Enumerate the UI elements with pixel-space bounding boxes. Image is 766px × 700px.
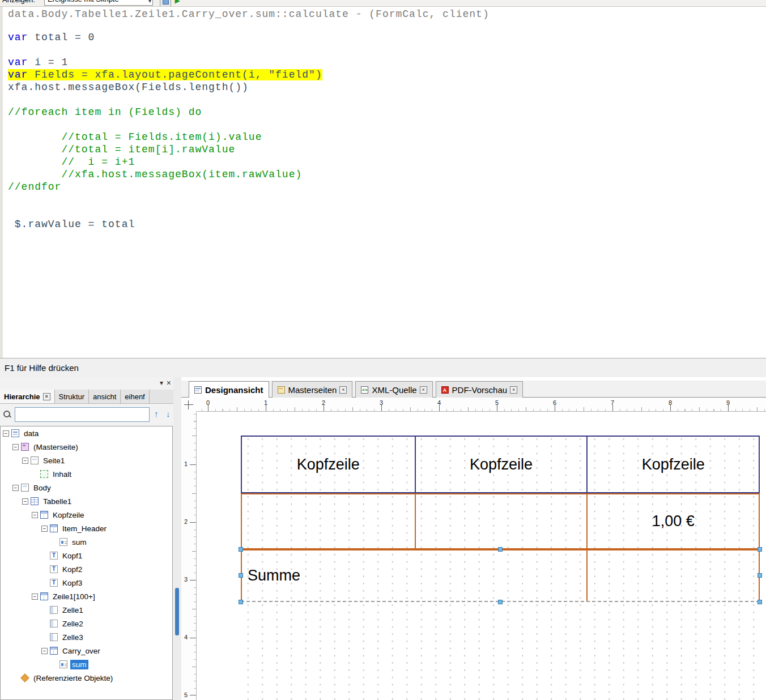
design-canvas[interactable]: KopfzeileKopfzeileKopfzeile 1,00 € Summe [197, 412, 766, 700]
expand-collapse-toggle[interactable]: − [41, 648, 48, 654]
code-token: $.rawValue = total [8, 219, 135, 230]
tree-item-carry-over[interactable]: −Carry_over [1, 644, 172, 658]
tree-item-label: Zelle2 [61, 619, 85, 629]
code-line [8, 44, 322, 56]
search-next-icon[interactable]: ↓ [166, 409, 171, 419]
panel-menu-icon[interactable]: ▾ [160, 379, 163, 386]
selection-handle[interactable] [758, 573, 762, 578]
script-code[interactable]: var total = 0 var i = 1var Fields = xfa.… [8, 31, 322, 231]
events-filter-dropdown[interactable]: Ereignisse mit Skripte ▾ [44, 0, 153, 6]
selection-handle[interactable] [758, 547, 762, 552]
tree-item-label: Seite1 [41, 456, 66, 466]
tree-item-tabelle1[interactable]: −Tabelle1 [1, 494, 172, 508]
code-token: //total = Fields.item(i).value [8, 131, 262, 143]
panel-tab-label: ansicht [93, 392, 116, 401]
search-prev-icon[interactable]: ↑ [154, 409, 159, 419]
tab-close-icon[interactable]: × [420, 386, 427, 394]
expand-collapse-toggle[interactable]: − [32, 512, 38, 518]
tree-item-zelle1[interactable]: Zelle1 [1, 603, 172, 617]
tree-item-zeile1-100[interactable]: −Zeile1[100+] [1, 590, 172, 603]
script-editor[interactable]: data.Body.Tabelle1.Zeile1.Carry_over.sum… [0, 7, 766, 358]
tree-item-data[interactable]: −data [1, 426, 172, 440]
expand-collapse-toggle[interactable]: − [22, 498, 28, 505]
crosshair-horizontal [184, 404, 193, 405]
tree-item-kopf1[interactable]: Kopf1 [1, 549, 172, 562]
tree-item-zelle3[interactable]: Zelle3 [1, 630, 172, 644]
table-cell[interactable] [415, 494, 587, 548]
tree-item-referenzierte-objekte[interactable]: (Referenzierte Objekte) [1, 671, 172, 685]
code-token: //foreach item in (Fields) do [8, 106, 202, 118]
ruler-number: 1 [184, 460, 188, 467]
tree-item-seite1[interactable]: −Seite1 [1, 454, 172, 467]
tree-item-kopf3[interactable]: Kopf3 [1, 576, 172, 590]
tree-item-masterseite[interactable]: −(Masterseite) [1, 440, 172, 454]
table-sum-cell[interactable] [586, 550, 759, 601]
horizontal-ruler: 0123456789 [197, 398, 766, 412]
tab-xml-quelle[interactable]: XML-Quelle× [355, 381, 432, 398]
tree-item-zelle2[interactable]: Zelle2 [1, 617, 172, 630]
tab-pdf-vorschau[interactable]: PDF-Vorschau× [436, 381, 524, 398]
tree-item-sum[interactable]: sum [1, 658, 172, 671]
code-token: //endfor [8, 181, 61, 193]
ruler-number: 5 [184, 692, 188, 698]
panel-tab-label: eihenf [125, 392, 144, 401]
search-input[interactable] [15, 407, 150, 422]
tab-label: XML-Quelle [372, 385, 416, 395]
selection-handle[interactable] [239, 547, 243, 552]
panel-tab-struktur[interactable]: Struktur [55, 390, 90, 403]
panel-tab-ansicht[interactable]: ansicht [89, 390, 121, 403]
selection-handle[interactable] [239, 573, 243, 578]
expand-collapse-toggle[interactable]: − [3, 430, 9, 437]
tree-item-kopfzeile[interactable]: −Kopfzeile [1, 508, 172, 522]
tree-item-sum[interactable]: sum [1, 535, 172, 549]
tree-item-label: Zelle3 [61, 633, 85, 642]
tree-item-label: Kopf2 [61, 565, 84, 574]
panel-tab-hierarchie[interactable]: Hierarchie× [0, 390, 55, 403]
view-tab-bar: DesignansichtMasterseiten×XML-Quelle×PDF… [181, 381, 766, 398]
tab-close-icon[interactable]: × [510, 386, 517, 394]
expand-collapse-toggle[interactable]: − [41, 526, 48, 532]
expand-collapse-toggle[interactable]: − [12, 444, 19, 450]
code-token: i = 1 [28, 57, 68, 68]
ruler-number: 4 [184, 634, 188, 641]
code-token: total = 0 [28, 32, 95, 43]
selection-handle[interactable] [239, 600, 243, 604]
tab-close-icon[interactable]: × [339, 386, 347, 394]
chevron-down-icon: ▾ [148, 0, 151, 7]
run-script-icon[interactable]: ▶ [172, 0, 182, 6]
text-icon [50, 579, 58, 587]
tree-item-label: sum [70, 660, 88, 669]
tree-item-body[interactable]: −Body [1, 481, 172, 494]
tree-indent-spacer [41, 569, 50, 570]
table-sum-cell[interactable]: Summe [242, 550, 586, 601]
tree-item-kopf2[interactable]: Kopf2 [1, 562, 172, 576]
selection-handle[interactable] [498, 547, 503, 552]
text-icon [50, 565, 58, 573]
panel-splitter[interactable] [173, 377, 181, 700]
code-token: //xfa.host.messageBox(item.rawValue) [8, 169, 302, 180]
tab-close-icon[interactable]: × [43, 393, 50, 400]
expand-collapse-toggle[interactable]: − [32, 594, 38, 600]
tree-item-inhalt[interactable]: Inhalt [1, 467, 172, 481]
selection-handle[interactable] [498, 600, 503, 604]
tree-item-item-header[interactable]: −Item_Header [1, 522, 172, 535]
expand-collapse-toggle[interactable]: − [12, 485, 19, 491]
table-cell[interactable]: 1,00 € [586, 494, 759, 548]
table-header-cell[interactable]: Kopfzeile [586, 437, 759, 492]
referenced-objects-icon [20, 673, 29, 682]
script-editor-toolbar: Anzeigen: Ereignisse mit Skripte ▾ ▶ [0, 0, 766, 7]
panel-close-icon[interactable]: × [167, 379, 171, 386]
table-header-cell[interactable]: Kopfzeile [415, 437, 587, 492]
script-editor-toolbar-button[interactable] [160, 0, 171, 7]
panel-tab-eihenf[interactable]: eihenf [121, 390, 149, 403]
table-header-cell[interactable]: Kopfzeile [242, 437, 415, 492]
table-cell[interactable] [242, 494, 415, 548]
tab-designansicht[interactable]: Designansicht [189, 381, 269, 398]
code-token: var [8, 32, 28, 43]
tab-masterseiten[interactable]: Masterseiten× [272, 381, 353, 398]
scrollbar-thumb[interactable] [175, 588, 179, 635]
table-header-row: KopfzeileKopfzeileKopfzeile [241, 436, 760, 493]
expand-collapse-toggle[interactable]: − [22, 458, 28, 464]
code-line: //xfa.host.messageBox(item.rawValue) [8, 168, 322, 181]
selection-handle[interactable] [758, 600, 762, 604]
